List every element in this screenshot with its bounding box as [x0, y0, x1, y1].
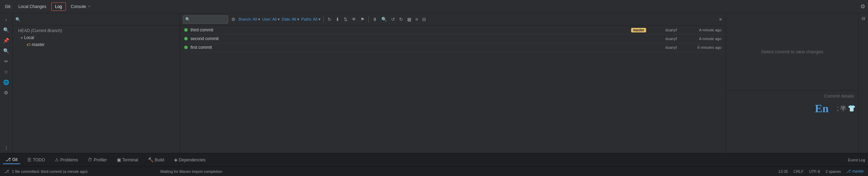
commit-dot-0 — [184, 28, 188, 32]
tree-content: HEAD (Current Branch) ▾ Local 🏷 master — [13, 26, 180, 153]
undo-icon[interactable]: ↺ — [390, 16, 396, 23]
vertical-right-toolbar: ⊟ — [858, 13, 868, 153]
redo-icon[interactable]: ↻ — [398, 16, 404, 23]
left-icon-star[interactable]: ☆ — [1, 67, 11, 77]
commit-tag-0: master — [631, 28, 646, 32]
filter2-icon[interactable]: ≡ — [414, 16, 419, 23]
user-filter-btn[interactable]: User: All ▾ — [262, 17, 280, 22]
bottom-status-right: 13:35 CRLF UTF-8 2 spaces ⎇ master — [778, 169, 864, 174]
commit-search-icon: 🔍 — [185, 17, 190, 22]
dependencies-tab-label: Dependencies — [179, 158, 206, 162]
paths-filter-btn[interactable]: Paths: All ▾ — [301, 17, 321, 22]
dependencies-tab-icon: ◈ — [174, 157, 178, 162]
commit-time-2: 6 minutes ago — [680, 45, 721, 49]
shirt-icon: 👕 — [848, 105, 855, 112]
commit-dot-2 — [184, 46, 188, 49]
tree-item-head[interactable]: HEAD (Current Branch) — [13, 27, 180, 34]
bottom-branch[interactable]: ⎇ master — [846, 169, 864, 174]
event-log-link[interactable]: Event Log — [848, 158, 865, 162]
left-icon-pen[interactable]: ✏ — [1, 56, 11, 66]
settings-gear-icon[interactable]: ⚙ — [860, 3, 865, 10]
status-tab-problems[interactable]: ⚠ Problems — [52, 156, 81, 164]
terminal-tab-label: Terminal — [122, 158, 138, 162]
right-panel-top: Select commit to view changes — [726, 13, 858, 90]
tab-local-changes[interactable]: Local Changes — [15, 3, 50, 10]
commit-list: third commit master duanyf A minute ago … — [180, 26, 726, 153]
commit-author-2: duanyf — [649, 45, 677, 49]
left-icon-more[interactable]: ⋮ — [1, 143, 11, 153]
layout-icon[interactable]: ⊟ — [421, 16, 427, 23]
tree-item-master[interactable]: 🏷 master — [13, 41, 180, 48]
commit-dot-1 — [184, 37, 188, 40]
commit-message-2: first commit — [190, 45, 646, 50]
terminal-tab-icon: ▣ — [117, 157, 121, 162]
status-tab-terminal[interactable]: ▣ Terminal — [114, 156, 141, 164]
local-arrow-icon: ▾ — [21, 36, 23, 40]
left-icon-gear[interactable]: ⚙ — [1, 88, 11, 98]
left-icon-search2[interactable]: 🔍 — [1, 46, 11, 56]
status-tab-git[interactable]: ⎇ Git — [3, 155, 20, 164]
separator2 — [368, 16, 369, 23]
commit-time-1: A minute ago — [680, 37, 721, 41]
fetch-icon[interactable]: ⬇ — [335, 16, 341, 23]
separator1 — [323, 16, 324, 23]
profiler-tab-icon: ⏱ — [88, 157, 92, 162]
left-icon-search[interactable]: 🔍 — [1, 25, 11, 35]
commit-search-box[interactable]: 🔍 — [183, 15, 228, 24]
commit-row-0[interactable]: third commit master duanyf A minute ago — [180, 26, 726, 35]
problems-tab-icon: ⚠ — [55, 157, 59, 162]
tree-item-local[interactable]: ▾ Local — [13, 34, 180, 41]
left-sidebar: ‹ 🔍 📌 🔍 ✏ ☆ 🌐 ⚙ ⋮ — [0, 13, 13, 153]
grid-icon[interactable]: ▦ — [406, 16, 412, 23]
right-panel-bottom: Commit details En ; 半 👕 — [726, 90, 858, 153]
commit-panel: 🔍 ⚙ Branch: All ▾ User: All ▾ Date: All … — [180, 13, 726, 153]
refresh-icon[interactable]: ↻ — [327, 16, 332, 23]
commit-row-1[interactable]: second commit duanyf A minute ago — [180, 35, 726, 43]
git-tab-label: Git — [12, 157, 17, 162]
tab-log[interactable]: Log — [51, 2, 66, 11]
bottom-encoding: CRLF — [793, 169, 803, 174]
status-tab-todo[interactable]: ☰ TODO — [24, 156, 47, 164]
bottom-spaces: 2 spaces — [825, 169, 841, 174]
left-icon-back[interactable]: ‹ — [1, 15, 11, 24]
commit-details-label: Commit details — [726, 91, 858, 101]
tree-panel: 🔍 HEAD (Current Branch) ▾ Local 🏷 master — [13, 13, 180, 153]
status-tab-build[interactable]: 🔨 Build — [145, 156, 167, 164]
left-icon-globe[interactable]: 🌐 — [1, 77, 11, 87]
bottom-commit-message: 1 file committed: third commit (a minute… — [12, 169, 88, 174]
semicolon-icon: ; — [837, 105, 839, 112]
push-pull-icon[interactable]: ⇅ — [343, 16, 349, 23]
master-label: master — [32, 42, 45, 47]
git-tab-icon: ⎇ — [6, 157, 11, 162]
todo-tab-icon: ☰ — [27, 157, 31, 162]
date-filter-btn[interactable]: Date: All ▾ — [282, 17, 299, 22]
flag-icon[interactable]: ⚑ — [359, 16, 366, 23]
settings-icon[interactable]: ⚙ — [230, 16, 237, 23]
half-icon: 半 — [840, 104, 846, 113]
problems-tab-label: Problems — [60, 158, 78, 162]
big-en-text: En — [815, 103, 836, 114]
waiting-text: Waiting for Maven import completion — [160, 169, 222, 174]
status-tab-dependencies[interactable]: ◈ Dependencies — [171, 156, 209, 164]
eye-icon[interactable]: 👁 — [351, 16, 357, 23]
pause-icon[interactable]: ⏸ — [372, 16, 378, 23]
tab-console[interactable]: Console × — [67, 3, 94, 10]
bottom-charset: UTF-8 — [809, 169, 820, 174]
build-tab-icon: 🔨 — [148, 157, 154, 162]
status-right: Event Log — [848, 158, 865, 162]
commit-toolbar: 🔍 ⚙ Branch: All ▾ User: All ▾ Date: All … — [180, 13, 726, 26]
commit-row-2[interactable]: first commit duanyf 6 minutes ago — [180, 43, 726, 52]
bottom-time: 13:35 — [778, 169, 788, 174]
status-bar: ⎇ Git ☰ TODO ⚠ Problems ⏱ Profiler ▣ Ter… — [0, 153, 868, 166]
vtb-btn-1[interactable]: ⊟ — [860, 15, 867, 22]
search2-icon[interactable]: 🔍 — [380, 16, 388, 23]
status-tab-profiler[interactable]: ⏱ Profiler — [85, 156, 110, 164]
tree-search-bar: 🔍 — [13, 13, 180, 26]
left-icon-pin[interactable]: 📌 — [1, 36, 11, 45]
right-menu-icon[interactable]: ≡ — [718, 16, 723, 23]
commit-message-0: third commit — [190, 28, 628, 32]
git-branch-icon: ⎇ — [4, 169, 9, 174]
console-close-icon[interactable]: × — [88, 5, 90, 8]
branch-filter-btn[interactable]: Branch: All ▾ — [239, 17, 260, 22]
right-panel: Select commit to view changes Commit det… — [726, 13, 858, 153]
